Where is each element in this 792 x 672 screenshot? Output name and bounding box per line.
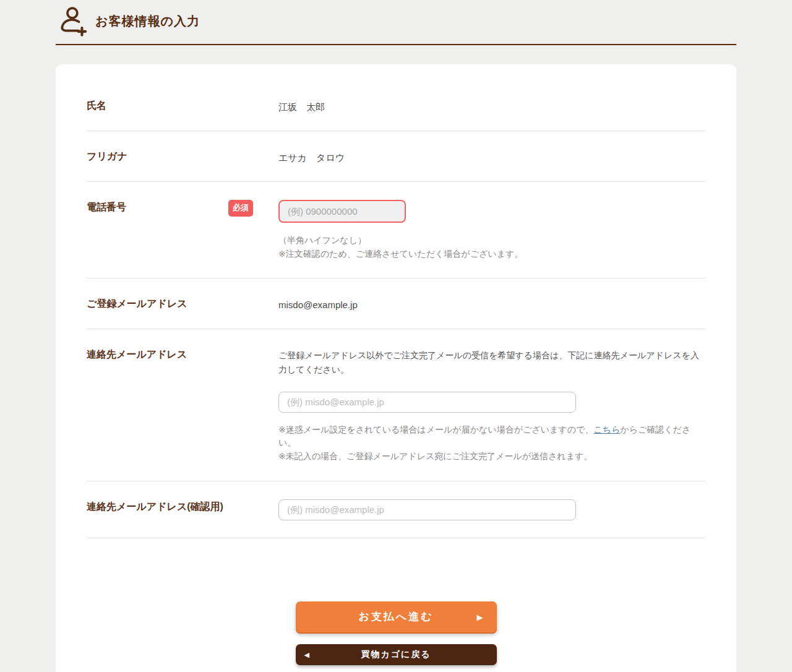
page-header: お客様情報の入力	[56, 0, 736, 45]
row-name: 氏名 江坂 太郎	[87, 80, 705, 131]
phone-format-note: （半角ハイフンなし）	[278, 234, 705, 248]
phone-label: 電話番号	[87, 200, 126, 214]
row-contact-email: 連絡先メールアドレス ご登録メールアドレス以外でご注文完了メールの受信を希望する…	[87, 329, 705, 481]
name-label: 氏名	[87, 98, 106, 113]
row-contact-email-confirm: 連絡先メールアドレス(確認用)	[87, 481, 705, 538]
name-value: 江坂 太郎	[278, 98, 705, 113]
row-phone: 電話番号 必須 （半角ハイフンなし） ※注文確認のため、ご連絡させていただく場合…	[87, 182, 705, 278]
customer-info-card: 氏名 江坂 太郎 フリガナ エサカ タロウ 電話番号 必須 （半角ハイフンなし）…	[56, 64, 736, 672]
contact-email-description: ご登録メールアドレス以外でご注文完了メールの受信を希望する場合は、下記に連絡先メ…	[278, 347, 705, 377]
phone-input[interactable]	[278, 200, 406, 223]
button-area: お支払へ進む ▶ 買物カゴに戻る ◀	[87, 601, 705, 665]
furigana-label: フリガナ	[87, 149, 127, 163]
row-registered-email: ご登録メールアドレス misdo@example.jp	[87, 278, 705, 329]
contact-email-confirm-label: 連絡先メールアドレス(確認用)	[87, 499, 223, 514]
contact-email-spam-note: ※迷惑メール設定をされている場合はメールが届かない場合がございますので、こちらか…	[278, 423, 705, 450]
contact-email-blank-note: ※未記入の場合、ご登録メールアドレス宛にご注文完了メールが送信されます。	[278, 450, 705, 463]
required-badge: 必須	[228, 200, 253, 217]
row-furigana: フリガナ エサカ タロウ	[87, 131, 705, 182]
registered-email-value: misdo@example.jp	[278, 296, 705, 311]
left-arrow-icon: ◀	[304, 650, 309, 658]
proceed-to-payment-button[interactable]: お支払へ進む ▶	[296, 601, 497, 632]
contact-email-confirm-input[interactable]	[278, 499, 576, 520]
furigana-value: エサカ タロウ	[278, 149, 705, 164]
phone-contact-note: ※注文確認のため、ご連絡させていただく場合がございます。	[278, 248, 705, 261]
right-arrow-icon: ▶	[477, 612, 483, 621]
back-to-cart-button[interactable]: 買物カゴに戻る ◀	[296, 644, 497, 665]
page-title: お客様情報の入力	[95, 13, 200, 30]
contact-email-label: 連絡先メールアドレス	[87, 347, 187, 361]
registered-email-label: ご登録メールアドレス	[87, 296, 187, 311]
user-plus-icon	[57, 6, 87, 37]
contact-email-input[interactable]	[278, 392, 576, 413]
kochira-link[interactable]: こちら	[593, 424, 620, 434]
